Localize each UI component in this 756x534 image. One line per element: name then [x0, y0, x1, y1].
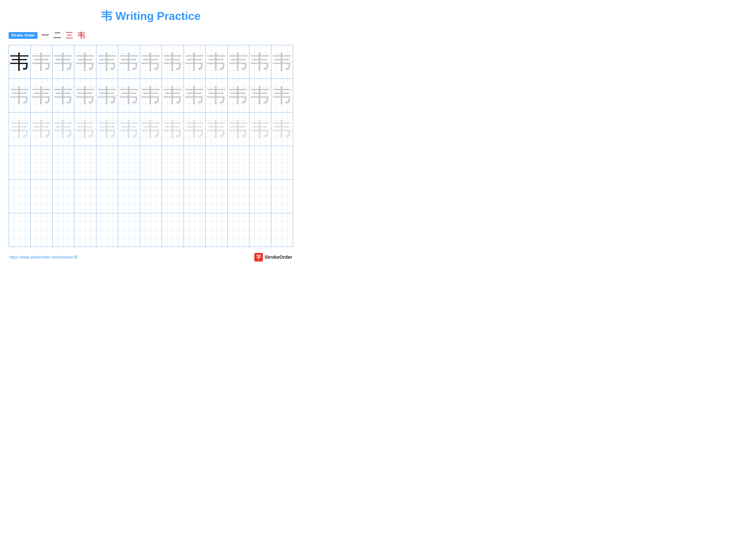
grid-cell-3-1[interactable] — [31, 146, 52, 179]
grid-cell-0-8[interactable]: 韦 — [184, 45, 205, 79]
grid-cell-3-5[interactable] — [118, 146, 140, 179]
grid-row-5[interactable] — [9, 213, 293, 247]
char-2-2: 韦 — [54, 119, 73, 139]
grid-cell-4-8[interactable] — [184, 180, 205, 213]
grid-cell-5-4[interactable] — [96, 213, 118, 247]
grid-cell-3-2[interactable] — [53, 146, 74, 179]
grid-cell-3-0[interactable] — [9, 146, 31, 179]
grid-cell-0-6[interactable]: 韦 — [140, 45, 162, 79]
grid-cell-0-9[interactable]: 韦 — [205, 45, 228, 79]
grid-cell-1-1[interactable]: 韦 — [31, 79, 52, 112]
grid-cell-2-6[interactable]: 韦 — [140, 113, 162, 146]
grid-cell-5-3[interactable] — [74, 213, 96, 247]
char-2-8: 韦 — [185, 119, 204, 139]
grid-cell-2-5[interactable]: 韦 — [118, 113, 140, 146]
grid-cell-3-8[interactable] — [184, 146, 205, 179]
grid-cell-0-5[interactable]: 韦 — [118, 45, 140, 79]
char-0-9: 韦 — [207, 52, 226, 72]
grid-cell-4-1[interactable] — [31, 180, 52, 213]
grid-row-0[interactable]: 韦韦韦韦韦韦韦韦韦韦韦韦韦 — [9, 45, 293, 79]
grid-cell-2-7[interactable]: 韦 — [162, 113, 184, 146]
grid-cell-0-10[interactable]: 韦 — [228, 45, 249, 79]
char-2-11: 韦 — [251, 119, 270, 139]
grid-cell-0-7[interactable]: 韦 — [162, 45, 184, 79]
char-1-4: 韦 — [97, 86, 117, 105]
grid-cell-1-10[interactable]: 韦 — [228, 79, 249, 112]
stroke-step-4: 韦 — [78, 30, 85, 41]
grid-cell-5-1[interactable] — [31, 213, 52, 247]
grid-cell-4-7[interactable] — [162, 180, 184, 213]
char-0-4: 韦 — [97, 52, 117, 72]
grid-cell-4-9[interactable] — [205, 180, 228, 213]
grid-cell-1-8[interactable]: 韦 — [184, 79, 205, 112]
brand-icon: 字 — [254, 253, 263, 262]
grid-cell-2-9[interactable]: 韦 — [205, 113, 228, 146]
grid-cell-2-11[interactable]: 韦 — [249, 113, 271, 146]
grid-cell-2-0[interactable]: 韦 — [9, 113, 31, 146]
grid-cell-5-0[interactable] — [9, 213, 31, 247]
char-0-0: 韦 — [10, 52, 29, 72]
grid-cell-4-11[interactable] — [249, 180, 271, 213]
grid-cell-1-7[interactable]: 韦 — [162, 79, 184, 112]
char-0-3: 韦 — [76, 52, 95, 72]
grid-cell-5-2[interactable] — [53, 213, 74, 247]
footer-brand: 字 StrokeOrder — [254, 253, 292, 262]
grid-cell-1-3[interactable]: 韦 — [74, 79, 96, 112]
grid-row-3[interactable] — [9, 146, 293, 180]
grid-cell-3-6[interactable] — [140, 146, 162, 179]
grid-cell-1-2[interactable]: 韦 — [53, 79, 74, 112]
grid-cell-4-6[interactable] — [140, 180, 162, 213]
grid-cell-1-5[interactable]: 韦 — [118, 79, 140, 112]
grid-row-1[interactable]: 韦韦韦韦韦韦韦韦韦韦韦韦韦 — [9, 79, 293, 113]
stroke-step-3: 三 — [66, 30, 73, 41]
grid-cell-3-7[interactable] — [162, 146, 184, 179]
char-1-10: 韦 — [229, 86, 248, 105]
grid-cell-0-0[interactable]: 韦 — [9, 45, 31, 79]
grid-cell-0-11[interactable]: 韦 — [249, 45, 271, 79]
char-1-12: 韦 — [272, 86, 292, 105]
grid-cell-2-10[interactable]: 韦 — [228, 113, 249, 146]
grid-cell-5-12[interactable] — [271, 213, 293, 247]
grid-row-4[interactable] — [9, 180, 293, 213]
grid-cell-3-10[interactable] — [228, 146, 249, 179]
grid-cell-1-12[interactable]: 韦 — [271, 79, 293, 112]
grid-cell-4-4[interactable] — [96, 180, 118, 213]
grid-cell-2-1[interactable]: 韦 — [31, 113, 52, 146]
grid-cell-1-9[interactable]: 韦 — [205, 79, 228, 112]
grid-cell-4-12[interactable] — [271, 180, 293, 213]
grid-cell-2-8[interactable]: 韦 — [184, 113, 205, 146]
grid-cell-4-10[interactable] — [228, 180, 249, 213]
grid-cell-3-3[interactable] — [74, 146, 96, 179]
grid-cell-2-3[interactable]: 韦 — [74, 113, 96, 146]
grid-cell-3-4[interactable] — [96, 146, 118, 179]
grid-cell-3-12[interactable] — [271, 146, 293, 179]
char-1-11: 韦 — [251, 86, 270, 105]
grid-cell-5-8[interactable] — [184, 213, 205, 247]
grid-cell-0-1[interactable]: 韦 — [31, 45, 52, 79]
grid-cell-5-7[interactable] — [162, 213, 184, 247]
grid-cell-4-2[interactable] — [53, 180, 74, 213]
grid-cell-2-12[interactable]: 韦 — [271, 113, 293, 146]
grid-cell-3-9[interactable] — [205, 146, 228, 179]
grid-cell-5-9[interactable] — [205, 213, 228, 247]
grid-cell-1-6[interactable]: 韦 — [140, 79, 162, 112]
grid-cell-2-2[interactable]: 韦 — [53, 113, 74, 146]
grid-row-2[interactable]: 韦韦韦韦韦韦韦韦韦韦韦韦韦 — [9, 113, 293, 146]
grid-cell-0-12[interactable]: 韦 — [271, 45, 293, 79]
grid-cell-1-0[interactable]: 韦 — [9, 79, 31, 112]
grid-cell-3-11[interactable] — [249, 146, 271, 179]
grid-cell-5-10[interactable] — [228, 213, 249, 247]
grid-cell-2-4[interactable]: 韦 — [96, 113, 118, 146]
grid-cell-0-2[interactable]: 韦 — [53, 45, 74, 79]
grid-cell-4-3[interactable] — [74, 180, 96, 213]
grid-cell-4-0[interactable] — [9, 180, 31, 213]
grid-cell-5-6[interactable] — [140, 213, 162, 247]
grid-cell-5-5[interactable] — [118, 213, 140, 247]
footer-url[interactable]: https://www.strokeorder.com/chinese/韦 — [10, 255, 78, 260]
grid-cell-1-11[interactable]: 韦 — [249, 79, 271, 112]
grid-cell-1-4[interactable]: 韦 — [96, 79, 118, 112]
grid-cell-5-11[interactable] — [249, 213, 271, 247]
grid-cell-4-5[interactable] — [118, 180, 140, 213]
grid-cell-0-4[interactable]: 韦 — [96, 45, 118, 79]
grid-cell-0-3[interactable]: 韦 — [74, 45, 96, 79]
